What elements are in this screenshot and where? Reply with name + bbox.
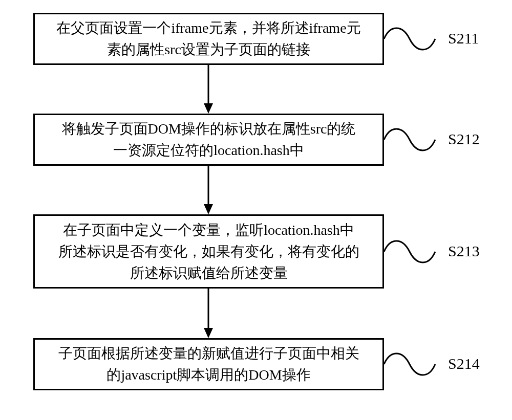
flow-step-s211: 在父页面设置一个iframe元素，并将所述iframe元 素的属性src设置为子… <box>33 13 384 65</box>
svg-marker-1 <box>204 103 213 114</box>
flow-step-s214: 子页面根据所述变量的新赋值进行子页面中相关 的javascript脚本调用的DO… <box>33 338 384 390</box>
step-label-s214: S214 <box>448 355 480 372</box>
flow-step-text: 在子页面中定义一个变量，监听location.hash中 所述标识是否有变化，如… <box>58 219 359 284</box>
flow-step-text: 将触发子页面DOM操作的标识放在属性src的统 一资源定位符的location.… <box>62 118 356 161</box>
svg-marker-3 <box>204 204 213 214</box>
flow-arrow-2 <box>203 166 218 214</box>
flow-arrow-1 <box>203 65 218 114</box>
flow-step-text: 子页面根据所述变量的新赋值进行子页面中相关 的javascript脚本调用的DO… <box>58 343 359 386</box>
step-label-s211: S211 <box>448 30 479 47</box>
step-connector-s211 <box>384 21 445 57</box>
flow-step-s212: 将触发子页面DOM操作的标识放在属性src的统 一资源定位符的location.… <box>33 114 384 166</box>
flow-arrow-3 <box>203 289 218 338</box>
step-connector-s212 <box>384 122 445 158</box>
flow-step-text: 在父页面设置一个iframe元素，并将所述iframe元 素的属性src设置为子… <box>56 17 360 60</box>
step-label-s212: S212 <box>448 130 480 148</box>
flowchart-diagram: 在父页面设置一个iframe元素，并将所述iframe元 素的属性src设置为子… <box>0 0 512 420</box>
step-connector-s214 <box>384 347 445 383</box>
flow-step-s213: 在子页面中定义一个变量，监听location.hash中 所述标识是否有变化，如… <box>33 214 384 289</box>
svg-marker-5 <box>204 328 213 338</box>
step-connector-s213 <box>384 234 445 270</box>
step-label-s213: S213 <box>448 242 480 260</box>
